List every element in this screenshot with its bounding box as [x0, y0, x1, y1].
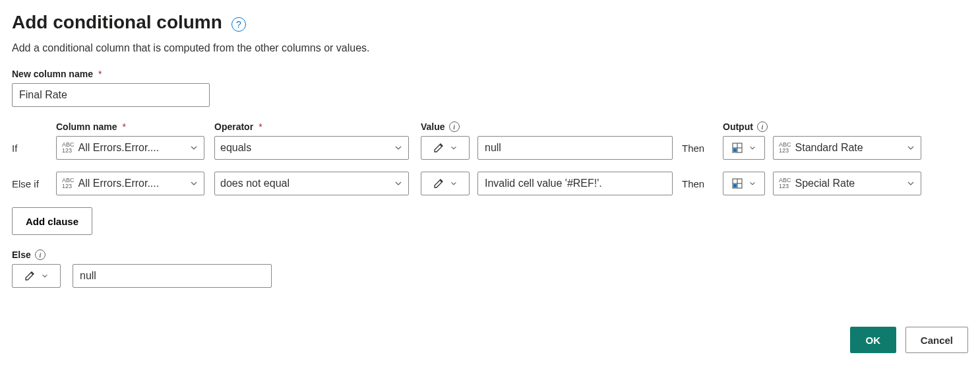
- info-icon[interactable]: i: [35, 249, 46, 260]
- column-name-header: Column name*: [56, 121, 204, 132]
- chevron-down-icon: [41, 272, 49, 280]
- chevron-down-icon: [906, 179, 915, 188]
- chevron-down-icon: [450, 180, 458, 187]
- chevron-down-icon: [394, 179, 403, 188]
- clause-row: Else if ABC123 All Errors.Error.... does…: [12, 172, 968, 195]
- chevron-down-icon: [906, 143, 915, 152]
- new-column-name-label: New column name*: [12, 69, 968, 79]
- column-name-select[interactable]: ABC123 All Errors.Error....: [56, 172, 204, 195]
- elseif-keyword: Else if: [12, 178, 56, 189]
- pencil-icon: [24, 270, 36, 282]
- operator-select[interactable]: does not equal: [214, 172, 409, 195]
- else-label: Else i: [12, 249, 968, 260]
- else-value-input[interactable]: [73, 264, 272, 288]
- new-column-name-input[interactable]: [12, 83, 210, 107]
- info-icon[interactable]: i: [757, 121, 768, 132]
- add-clause-button[interactable]: Add clause: [12, 207, 92, 235]
- output-type-picker[interactable]: [723, 136, 765, 160]
- chevron-down-icon: [189, 179, 199, 188]
- column-name-select[interactable]: ABC123 All Errors.Error....: [56, 136, 204, 160]
- dialog-title: Add conditional column: [12, 12, 222, 33]
- chevron-down-icon: [189, 143, 199, 152]
- value-type-picker[interactable]: [421, 172, 470, 195]
- dialog-subtitle: Add a conditional column that is compute…: [12, 42, 968, 54]
- output-header: Output i: [723, 121, 921, 132]
- info-icon[interactable]: i: [449, 121, 460, 132]
- type-any-icon: ABC123: [62, 178, 75, 189]
- value-input[interactable]: [477, 136, 673, 160]
- operator-select[interactable]: equals: [214, 136, 409, 160]
- value-header: Value i: [421, 121, 673, 132]
- help-icon[interactable]: ?: [231, 17, 246, 32]
- pencil-icon: [433, 142, 444, 154]
- svg-rect-7: [733, 184, 737, 187]
- column-icon: [731, 142, 743, 154]
- then-keyword: Then: [682, 143, 723, 154]
- output-column-select[interactable]: ABC123 Standard Rate: [773, 136, 921, 160]
- chevron-down-icon: [749, 180, 756, 187]
- value-type-picker[interactable]: [421, 136, 470, 160]
- type-any-icon: ABC123: [62, 142, 75, 154]
- output-column-select[interactable]: ABC123 Special Rate: [773, 172, 921, 195]
- cancel-button[interactable]: Cancel: [905, 327, 968, 353]
- column-icon: [731, 178, 743, 189]
- then-keyword: Then: [682, 178, 723, 189]
- value-input[interactable]: [477, 172, 673, 195]
- chevron-down-icon: [749, 144, 756, 152]
- ok-button[interactable]: OK: [850, 327, 896, 353]
- chevron-down-icon: [394, 143, 403, 152]
- svg-rect-3: [733, 149, 737, 152]
- else-type-picker[interactable]: [12, 264, 61, 288]
- if-keyword: If: [12, 143, 56, 154]
- output-type-picker[interactable]: [723, 172, 765, 195]
- chevron-down-icon: [450, 144, 458, 152]
- type-any-icon: ABC123: [779, 178, 791, 189]
- clause-row: If ABC123 All Errors.Error.... equals Th…: [12, 136, 968, 160]
- operator-header: Operator*: [214, 121, 409, 132]
- type-any-icon: ABC123: [779, 142, 791, 154]
- pencil-icon: [433, 178, 444, 189]
